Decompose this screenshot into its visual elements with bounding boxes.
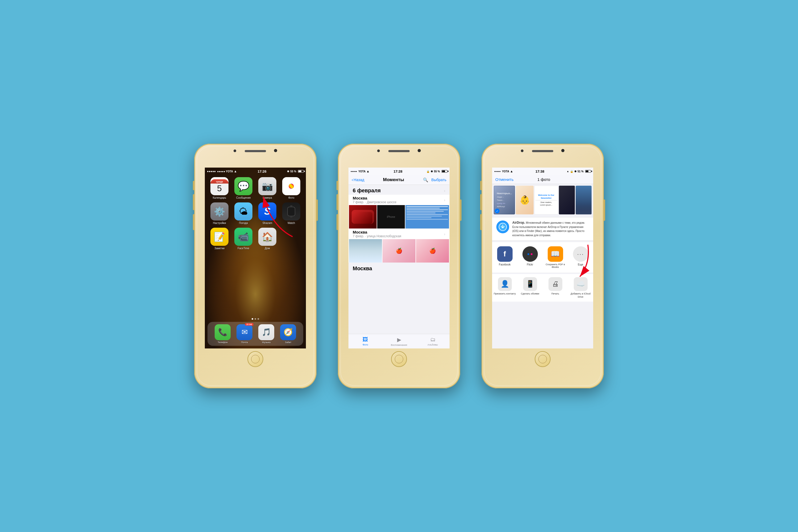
lock-icon-3: 🔒 — [570, 170, 573, 173]
share-photo-3[interactable]: Welcome to Our Newsletter Dear readers, … — [534, 186, 558, 214]
messages-icon[interactable]: 💬 — [234, 177, 252, 195]
page-dot-2 — [254, 318, 256, 320]
tab-photos[interactable]: 🖼 Фото — [348, 337, 382, 346]
photo-snow[interactable] — [349, 239, 382, 263]
dock-safari[interactable]: 🧭 Safari — [280, 324, 296, 344]
iphone-2: ●●●●● YOTA ▲ 17:28 🔒 ✱ 55 % ‹ Назад Моме… — [338, 144, 460, 388]
calendar-label: Календарь — [213, 196, 226, 199]
home-button-3[interactable] — [535, 351, 551, 367]
date-chevron[interactable]: › — [444, 189, 445, 193]
dock-phone[interactable]: 📞 Телефон — [215, 324, 231, 344]
facebook-icon[interactable]: f — [497, 246, 513, 262]
more-icon[interactable]: ··· — [573, 246, 588, 262]
settings-icon[interactable]: ⚙️ — [210, 203, 228, 221]
contact-icon[interactable]: 👤 — [498, 277, 512, 291]
moments-back-button[interactable]: ‹ Назад — [352, 177, 364, 182]
mail-icon[interactable]: ✉ 25 340 — [236, 324, 252, 340]
app-weather[interactable]: 🌤 Погода — [233, 203, 254, 225]
photo-text[interactable] — [405, 205, 449, 228]
iphone-1-top — [194, 144, 317, 168]
app-camera[interactable]: 📷 Камера — [257, 177, 278, 199]
app-facetime[interactable]: 📹 FaceTime — [233, 228, 254, 250]
shazam-s: S — [264, 206, 270, 217]
notes-icon[interactable]: 📝 — [210, 228, 228, 246]
icloud-icon[interactable]: ☁️ — [574, 277, 588, 291]
battery-icon-2 — [441, 170, 448, 173]
facetime-label: FaceTime — [238, 247, 249, 250]
calendar-icon[interactable]: среда 5 — [210, 177, 228, 195]
speaker-grill — [245, 150, 266, 152]
photo-iphone-dark[interactable]: iPhone — [377, 205, 405, 228]
shazam-icon[interactable]: S — [258, 203, 277, 221]
location-chevron-1[interactable]: › — [444, 198, 445, 202]
home-button-1[interactable] — [247, 351, 263, 367]
action-wallpaper[interactable]: 📱 Сделать обоями — [517, 276, 543, 300]
moments-location-row-1[interactable]: Москва 7 февр. · Дмитровское шоссе › — [348, 195, 450, 205]
tab-memories[interactable]: ▶ Воспоминания — [382, 337, 416, 346]
share-photo-2[interactable]: 👶 — [516, 186, 534, 214]
weather-icon[interactable]: 🌤 — [234, 203, 252, 221]
battery-icon-3 — [585, 170, 591, 173]
dock-mail[interactable]: ✉ 25 340 Почта — [236, 324, 252, 344]
watch-icon[interactable] — [282, 203, 300, 221]
search-icon-moments[interactable]: 🔍 — [423, 177, 428, 183]
home-icon[interactable]: 🏠 — [258, 228, 277, 246]
app-shazam[interactable]: S Shazam — [257, 203, 278, 225]
moments-actions: 🔍 Выбрать — [423, 177, 446, 183]
battery-pct-2: 55 % — [434, 170, 440, 173]
app-home[interactable]: 🏠 Дом — [257, 228, 278, 250]
photo-phone-rose-1[interactable]: 🍎 — [382, 239, 416, 263]
share-app-ibooks[interactable]: 📖 Сохранить PDF в iBooks — [543, 244, 568, 270]
facetime-icon[interactable]: 📹 — [234, 228, 252, 246]
app-calendar[interactable]: среда 5 Календарь — [209, 177, 230, 199]
share-cancel-button[interactable]: Отменить — [495, 177, 514, 182]
iphone-2-screen: ●●●●● YOTA ▲ 17:28 🔒 ✱ 55 % ‹ Назад Моме… — [348, 168, 450, 348]
phone-icon[interactable]: 📞 — [215, 324, 231, 340]
photo-phone-rose-2[interactable]: 🍎 — [416, 239, 449, 263]
weather-label: Погода — [239, 222, 248, 225]
share-app-facebook[interactable]: f Facebook — [492, 244, 517, 270]
iphone-1-screen: ●●●●● ●●●●● YOTA ▲ 17:26 ✱ 55 % — [205, 168, 306, 348]
wifi-2: ▲ — [366, 169, 369, 173]
share-photo-1[interactable]: Некоторых... люди – Таких... сразу по Ай… — [494, 186, 515, 214]
music-icon[interactable]: 🎵 — [258, 324, 274, 340]
app-photos[interactable]: Фото — [281, 177, 302, 199]
status-bar-3: ●●●●● YOTA ▲ 17:38 ▲ 🔒 ✱ 51 % — [492, 168, 593, 175]
app-settings[interactable]: ⚙️ Настройки — [209, 203, 230, 225]
print-label: Печать — [551, 292, 559, 296]
bt-icon-3: ✱ — [574, 170, 576, 173]
camera-icon[interactable]: 📷 — [258, 177, 277, 195]
status-bar-1: ●●●●● ●●●●● YOTA ▲ 17:26 ✱ 55 % — [205, 168, 306, 175]
iphone-3-top — [481, 144, 604, 168]
app-messages[interactable]: 💬 Сообщения — [233, 177, 254, 199]
tab-albums[interactable]: 🗂 Альбомы — [416, 337, 450, 346]
share-photo-5[interactable] — [576, 186, 592, 214]
airdrop-icon — [496, 221, 509, 233]
home-button-2[interactable] — [391, 351, 407, 367]
safari-icon[interactable]: 🧭 — [280, 324, 296, 340]
share-app-more[interactable]: ··· Еще — [568, 244, 593, 270]
app-watch[interactable]: Watch — [281, 203, 302, 225]
wybierz-button[interactable]: Выбрать — [432, 178, 446, 182]
moments-location-row-2[interactable]: Москва 7 февр. · улица Новослободская › — [348, 229, 450, 239]
wallpaper-icon[interactable]: 📱 — [523, 277, 537, 291]
photo-strip-1: iPhone — [348, 205, 450, 228]
share-app-flickr[interactable]: ● ● Flickr — [517, 244, 543, 270]
photos-icon[interactable] — [282, 177, 300, 195]
location-chevron-2[interactable]: › — [444, 232, 445, 236]
share-photo-4[interactable] — [559, 186, 575, 214]
print-icon[interactable]: 🖨 — [549, 277, 562, 291]
dock-music[interactable]: 🎵 Музыка — [258, 324, 274, 344]
photo-vr[interactable] — [349, 205, 377, 228]
action-icloud[interactable]: ☁️ Добавить в iCloud Drive — [568, 276, 593, 300]
action-print[interactable]: 🖨 Печать — [543, 276, 568, 300]
watch-shape — [287, 207, 295, 216]
ibooks-icon[interactable]: 📖 — [548, 246, 563, 262]
flickr-icon[interactable]: ● ● — [522, 246, 538, 262]
status-right-1: ✱ 55 % — [287, 170, 304, 173]
action-contact[interactable]: 👤 Присвоить контакту — [492, 276, 517, 300]
app-notes[interactable]: 📝 Заметки — [209, 228, 230, 250]
front-cam-2 — [418, 149, 421, 152]
home-label: Дом — [265, 247, 270, 250]
photo-strip-2: 🍎 🍎 — [348, 239, 450, 263]
